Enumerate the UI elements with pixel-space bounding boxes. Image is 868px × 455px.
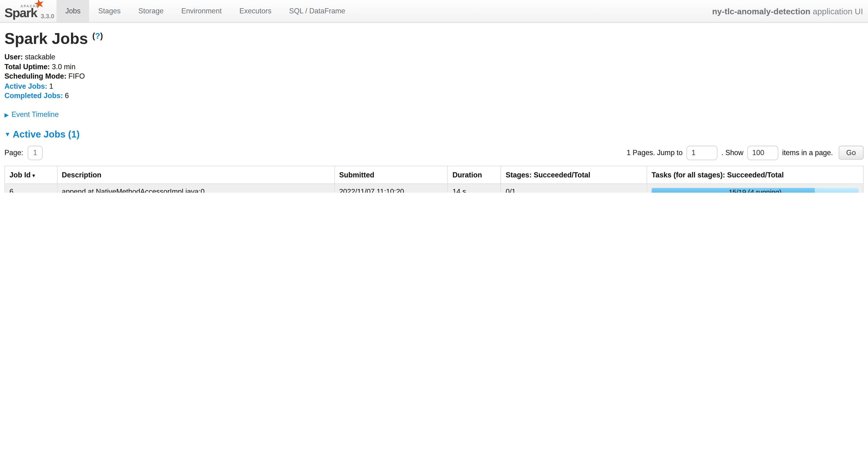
task-progress-bar: 15/19 (4 running)	[652, 188, 859, 193]
active-jobs-table-container: Job Id▾DescriptionSubmittedDurationStage…	[4, 166, 864, 193]
app-name: ny-tlc-anomaly-detection	[712, 6, 810, 16]
jump-to-input[interactable]	[687, 146, 717, 160]
uptime-label: Total Uptime:	[4, 62, 50, 70]
column-header-label: Duration	[453, 171, 482, 179]
active-jobs-count: 1	[49, 82, 53, 90]
job-description: append at NativeMethodAccessorImpl.java:…	[62, 187, 330, 193]
user-label: User:	[4, 53, 23, 61]
nav-tab-jobs[interactable]: Jobs	[57, 0, 89, 22]
column-header-label: Submitted	[339, 171, 374, 179]
help-paren-open: (	[92, 31, 95, 40]
spark-logo-text: Spark	[4, 6, 37, 19]
help-question-icon[interactable]: ?	[95, 31, 100, 40]
summary-uptime: Total Uptime: 3.0 min	[4, 62, 864, 72]
column-header[interactable]: Description	[57, 166, 335, 184]
page-number-input[interactable]	[28, 146, 43, 160]
summary-completed-jobs: Completed Jobs: 6	[4, 91, 864, 101]
description-cell: append at NativeMethodAccessorImpl.java:…	[57, 184, 335, 193]
spark-star-icon: ★	[33, 0, 46, 11]
table-row: 6append at NativeMethodAccessorImpl.java…	[5, 184, 863, 193]
summary-scheduling-mode: Scheduling Mode: FIFO	[4, 72, 864, 81]
event-timeline-toggle[interactable]: ▶Event Timeline	[4, 110, 864, 118]
active-jobs-section-heading[interactable]: ▼Active Jobs (1)	[4, 129, 864, 140]
page-title: Spark Jobs (?)	[4, 30, 864, 48]
items-text: items in a page.	[782, 149, 833, 157]
spark-jobs-page: Spark APACHE ★ 3.3.0 JobsStagesStorageEn…	[0, 0, 868, 193]
uptime-value: 3.0 min	[52, 62, 75, 70]
go-button[interactable]: Go	[838, 146, 864, 160]
expanded-arrow-icon: ▼	[4, 131, 10, 137]
summary-list: User: stackable Total Uptime: 3.0 min Sc…	[4, 52, 864, 101]
sort-desc-icon: ▾	[32, 172, 35, 178]
stages-cell: 0/1	[501, 184, 647, 193]
submitted-cell: 2022/11/07 11:10:20	[335, 184, 448, 193]
column-header[interactable]: Job Id▾	[5, 166, 57, 184]
spark-version: 3.3.0	[41, 13, 54, 19]
summary-active-jobs: Active Jobs: 1	[4, 81, 864, 91]
duration-cell: 14 s	[448, 184, 501, 193]
nav-tab-executors[interactable]: Executors	[231, 0, 280, 22]
completed-jobs-count: 6	[65, 92, 69, 100]
pagination-controls: 1 Pages. Jump to . Show items in a page.…	[626, 146, 864, 160]
pages-count-text: 1 Pages. Jump to	[626, 149, 683, 157]
active-jobs-section-title: Active Jobs (1)	[13, 129, 80, 140]
tasks-cell: 15/19 (4 running)	[647, 184, 863, 193]
progress-label: 15/19 (4 running)	[652, 188, 859, 193]
completed-jobs-link[interactable]: Completed Jobs:	[4, 92, 63, 100]
column-header-label: Stages: Succeeded/Total	[506, 171, 590, 179]
nav-tab-stages[interactable]: Stages	[89, 0, 129, 22]
pagination-row: Page: 1 Pages. Jump to . Show items in a…	[4, 146, 864, 160]
active-table-pagination-top: Page: 1 Pages. Jump to . Show items in a…	[4, 146, 864, 160]
active-jobs-table: Job Id▾DescriptionSubmittedDurationStage…	[4, 166, 864, 193]
active-jobs-link[interactable]: Active Jobs:	[4, 82, 48, 90]
user-value: stackable	[25, 53, 55, 61]
nav-tabs: JobsStagesStorageEnvironmentExecutorsSQL…	[57, 0, 354, 22]
nav-tab-storage[interactable]: Storage	[130, 0, 173, 22]
column-header-label: Job Id	[9, 171, 30, 179]
nav-tab-environment[interactable]: Environment	[173, 0, 231, 22]
column-header[interactable]: Submitted	[335, 166, 448, 184]
column-header-label: Description	[62, 171, 101, 179]
event-timeline-label: Event Timeline	[11, 110, 59, 118]
scheduling-mode-value: FIFO	[68, 72, 85, 80]
main-content: Spark Jobs (?) User: stackable Total Upt…	[0, 30, 868, 193]
column-header-label: Tasks (for all stages): Succeeded/Total	[652, 171, 784, 179]
scheduling-mode-label: Scheduling Mode:	[4, 72, 66, 80]
nav-tab-sql-dataframe[interactable]: SQL / DataFrame	[280, 0, 354, 22]
page-label: Page:	[4, 149, 23, 157]
app-title: ny-tlc-anomaly-detection application UI	[712, 6, 868, 16]
navbar: Spark APACHE ★ 3.3.0 JobsStagesStorageEn…	[0, 0, 868, 23]
show-text: . Show	[721, 149, 743, 157]
collapsed-arrow-icon: ▶	[4, 112, 9, 118]
summary-user: User: stackable	[4, 52, 864, 62]
column-header[interactable]: Stages: Succeeded/Total	[501, 166, 647, 184]
items-per-page-input[interactable]	[747, 146, 778, 160]
help-link[interactable]: (?)	[92, 31, 103, 40]
app-title-suffix: application UI	[813, 6, 863, 16]
job-id-cell: 6	[5, 184, 57, 193]
header-row: Job Id▾DescriptionSubmittedDurationStage…	[5, 166, 863, 184]
column-header[interactable]: Tasks (for all stages): Succeeded/Total	[647, 166, 863, 184]
column-header[interactable]: Duration	[448, 166, 501, 184]
page-title-text: Spark Jobs	[4, 30, 88, 47]
help-paren-close: )	[100, 31, 103, 40]
spark-logo: Spark APACHE ★ 3.3.0	[0, 0, 57, 22]
